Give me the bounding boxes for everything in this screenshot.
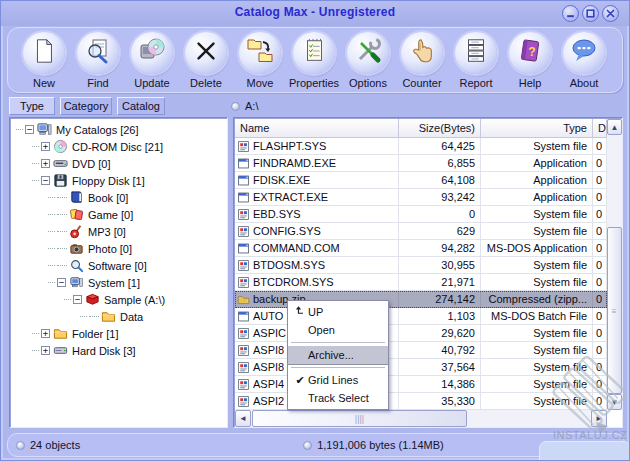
delete-button[interactable]: Delete [179,32,233,89]
options-button[interactable]: Options [341,32,395,89]
menu-item-label: Archive... [308,349,354,361]
file-name: FLASHPT.SYS [253,140,326,152]
tab-category[interactable]: Category [60,97,112,115]
tree-item-cd-rom-disc-21[interactable]: +CD-ROM Disc [21] [10,138,227,155]
horizontal-scrollbar[interactable]: ◄ |||| ► [235,410,607,427]
tree-item-label: Hard Disk [3] [72,345,136,357]
file-size: 40,792 [441,344,475,356]
tree-item-system-1[interactable]: −System [1] [10,274,227,291]
report-button[interactable]: Report [449,32,503,89]
help-button[interactable]: ?Help [503,32,557,89]
menu-item-open[interactable]: Open [288,321,388,339]
file-date: 0 [596,276,602,288]
minimize-button[interactable] [562,5,579,22]
app-file-icon [237,174,250,187]
maximize-icon [585,8,596,19]
file-row-config-sys[interactable]: CONFIG.SYS629System file0 [235,223,607,240]
tree-item-floppy-disk-1[interactable]: −Floppy Disk [1] [10,172,227,189]
column-header-name[interactable]: Name [235,119,399,138]
column-header-d[interactable]: D [593,119,607,138]
expand-toggle-icon[interactable]: + [41,159,50,168]
tree-connector [48,197,55,198]
file-row-btcdrom-sys[interactable]: BTCDROM.SYS21,971System file0 [235,274,607,291]
expand-toggle-icon[interactable]: + [41,329,50,338]
file-row-command-com[interactable]: COMMAND.COM94,282MS-DOS Application0 [235,240,607,257]
update-button[interactable]: Update [125,32,179,89]
find-button[interactable]: Find [71,32,125,89]
file-size: 93,242 [441,191,475,203]
arrow-down-icon: ▼ [611,398,619,407]
file-type: System file [533,344,587,356]
sys-file-icon [237,395,250,408]
collapse-toggle-icon[interactable]: − [25,125,34,134]
menu-item-grid-lines[interactable]: ✔Grid Lines [288,371,388,389]
file-type: System file [533,327,587,339]
tree-connector [57,248,67,249]
tree-item-game-0[interactable]: Game [0] [10,206,227,223]
tree-connector [80,316,87,317]
file-row-ebd-sys[interactable]: EBD.SYS0System file0 [235,206,607,223]
harddisk-icon [53,343,68,358]
file-size: 14,386 [441,378,475,390]
scroll-up-button[interactable]: ▲ [607,119,622,135]
tree-connector [48,231,55,232]
column-header-type[interactable]: Type [481,119,593,138]
collapse-toggle-icon[interactable]: − [41,176,50,185]
maximize-button[interactable] [582,5,599,22]
tree-item-data[interactable]: Data [10,308,227,325]
tree-item-mp3-0[interactable]: MP3 [0] [10,223,227,240]
column-header-size-bytes-[interactable]: Size(Bytes) [399,119,481,138]
move-button[interactable]: Move [233,32,287,89]
arrow-up-icon: ▲ [611,123,619,132]
tab-type[interactable]: Type [9,97,55,115]
tree-item-label: Game [0] [88,209,133,221]
new-button[interactable]: New [17,32,71,89]
tree-item-my-catalogs-26[interactable]: −My Catalogs [26] [10,121,227,138]
file-type: Application [533,157,587,169]
tab-catalog[interactable]: Catalog [117,97,165,115]
properties-button[interactable]: Properties [287,32,341,89]
expand-toggle-icon[interactable]: + [41,346,50,355]
vertical-scroll-thumb[interactable]: ≡ [607,227,622,394]
computer-icon [37,122,52,137]
tree-item-software-0[interactable]: Software [0] [10,257,227,274]
about-button[interactable]: About [557,32,611,89]
file-row-flashpt-sys[interactable]: FLASHPT.SYS64,425System file0 [235,138,607,155]
scroll-right-button[interactable]: ► [591,410,607,427]
new-icon [30,37,58,69]
file-row-extract-exe[interactable]: EXTRACT.EXE93,242Application0 [235,189,607,206]
sys-file-icon [237,276,250,289]
file-row-btdosm-sys[interactable]: BTDOSM.SYS30,955System file0 [235,257,607,274]
folder-icon [101,309,116,324]
sys-file-icon [237,327,250,340]
titlebar[interactable]: Catalog Max - Unregistered [1,1,629,26]
file-name: COMMAND.COM [253,242,340,254]
collapse-toggle-icon[interactable]: − [73,295,82,304]
scroll-left-button[interactable]: ◄ [235,410,251,427]
file-row-fdisk-exe[interactable]: FDISK.EXE64,108Application0 [235,172,607,189]
close-button[interactable] [602,5,619,22]
file-name: FINDRAMD.EXE [253,157,336,169]
toolbar-button-label: Properties [287,77,341,89]
tree-item-book-0[interactable]: Book [0] [10,189,227,206]
vertical-scrollbar[interactable]: ▲ ≡ ▼ [607,119,622,410]
tree-item-photo-0[interactable]: Photo [0] [10,240,227,257]
menu-item-track-select[interactable]: Track Select [288,389,388,407]
guitar-icon [69,224,84,239]
tree-item-dvd-0[interactable]: +DVD [0] [10,155,227,172]
collapse-toggle-icon[interactable]: − [57,278,66,287]
counter-button[interactable]: Counter [395,32,449,89]
menu-item-up[interactable]: UP [288,303,388,321]
file-row-findramd-exe[interactable]: FINDRAMD.EXE6,855Application0 [235,155,607,172]
app-window: Catalog Max - Unregistered NewFindUpdate… [0,0,630,461]
file-date: 0 [596,225,602,237]
bookred-icon [85,292,100,307]
tree-item-hard-disk-3[interactable]: +Hard Disk [3] [10,342,227,359]
tree-item-sample-a[interactable]: −Sample (A:\) [10,291,227,308]
expand-toggle-icon[interactable]: + [41,142,50,151]
close-icon [605,8,616,19]
horizontal-scroll-thumb[interactable]: |||| [252,410,467,427]
menu-item-archive[interactable]: Archive... [288,346,388,364]
tree-item-folder-1[interactable]: +Folder [1] [10,325,227,342]
scroll-down-button[interactable]: ▼ [607,394,622,410]
